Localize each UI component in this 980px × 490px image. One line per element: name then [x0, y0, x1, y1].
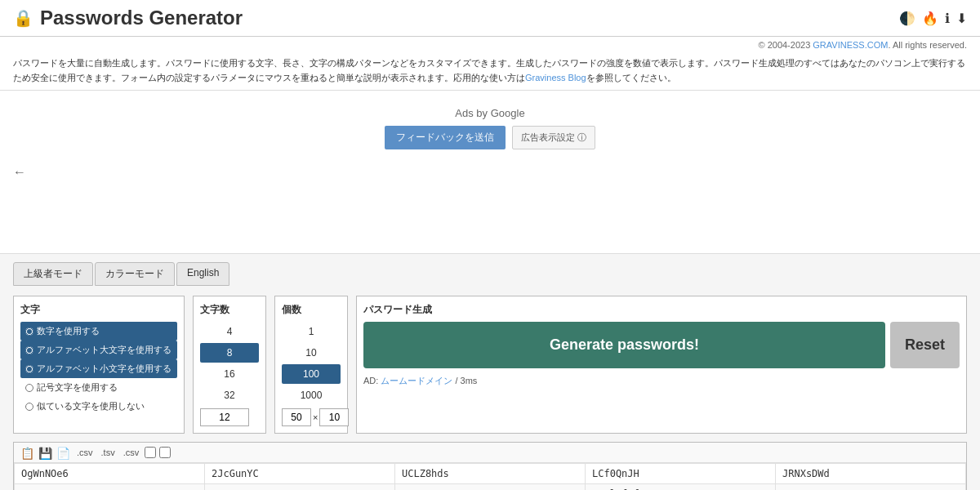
generate-panel-title: パスワード生成: [363, 303, 960, 317]
char-option-lowercase[interactable]: アルファベット小文字を使用する: [20, 359, 177, 378]
ad-feedback-button[interactable]: フィードバックを送信: [385, 126, 506, 149]
format-tsv[interactable]: .tsv: [99, 447, 118, 458]
length-option-4[interactable]: 4: [200, 322, 259, 341]
char-panel-title: 文字: [20, 303, 177, 317]
char-label-digits: 数字を使用する: [37, 325, 100, 337]
length-custom-wrapper: [200, 408, 259, 426]
count-custom-row: ×: [282, 408, 341, 426]
copyright-rights: . All rights reserved.: [888, 40, 967, 50]
char-option-digits[interactable]: 数字を使用する: [20, 322, 177, 341]
format-csv2[interactable]: .csv: [121, 447, 142, 458]
header: 🔒 Passwords Generator 🌓 🔥 ℹ ⬇: [0, 0, 980, 37]
copyright-text: © 2004-2023: [758, 40, 813, 50]
list-item[interactable]: JRNXsDWd: [776, 464, 966, 484]
count-multiply-symbol: ×: [313, 412, 318, 422]
copyright-link[interactable]: GRAVINESS.COM: [813, 40, 888, 50]
controls-row: 文字 数字を使用する アルファベット大文字を使用する アルファベット小文字を使用…: [13, 296, 967, 434]
ad-text: AD:: [363, 376, 381, 385]
count-custom-input-a[interactable]: [282, 408, 311, 426]
download-icon[interactable]: ⬇: [956, 11, 967, 26]
info-text2: を参照してください。: [586, 73, 676, 82]
results-checkbox-1[interactable]: [145, 447, 156, 458]
count-option-1000[interactable]: 1000: [282, 385, 341, 405]
char-radio-lowercase[interactable]: [25, 365, 33, 373]
main-content: 上級者モード カラーモード English 文字 数字を使用する アルファベット…: [0, 254, 980, 490]
count-panel: 個数 1 10 100 1000 ×: [274, 296, 348, 434]
header-left: 🔒 Passwords Generator: [13, 7, 243, 29]
list-item[interactable]: JXS0pcto: [15, 484, 205, 490]
char-label-uppercase: アルファベット大文字を使用する: [37, 344, 172, 356]
tab-advanced[interactable]: 上級者モード: [13, 262, 93, 286]
list-item[interactable]: JS1FFzIq: [205, 484, 395, 490]
count-custom-input-b[interactable]: [319, 408, 349, 426]
page-title: Passwords Generator: [40, 7, 243, 29]
tab-color[interactable]: カラーモード: [95, 262, 175, 286]
length-option-32[interactable]: 32: [200, 385, 259, 405]
save-icon[interactable]: 💾: [38, 447, 53, 458]
info-icon[interactable]: ℹ: [945, 11, 950, 26]
tab-english[interactable]: English: [176, 262, 229, 286]
table-row: JXS0pctoJS1FFzIqHv6Tz0TK6txlAf7fO3Qw37yw: [15, 484, 966, 490]
lock-icon: 🔒: [13, 8, 33, 28]
generate-buttons: Generate passwords! Reset: [363, 322, 960, 368]
char-option-no-similar[interactable]: 似ている文字を使用しない: [20, 397, 177, 416]
results-table: OgWnNOe62JcGunYCUCLZ8hdsLCf0QnJHJRNXsDWd…: [14, 463, 966, 490]
count-option-10[interactable]: 10: [282, 343, 341, 363]
fire-icon[interactable]: 🔥: [922, 11, 938, 26]
file-icon[interactable]: 📄: [56, 447, 71, 458]
reset-button[interactable]: Reset: [890, 322, 960, 368]
generate-button[interactable]: Generate passwords!: [363, 322, 885, 368]
results-area: 📋 💾 📄 .csv .tsv .csv OgWnNOe62JcGunYCUCL…: [13, 442, 967, 490]
copyright-bar: © 2004-2023 GRAVINESS.COM. All rights re…: [0, 37, 980, 51]
list-item[interactable]: 6txlAf7f: [586, 484, 776, 490]
info-text: パスワードを大量に自動生成します。パスワードに使用する文字、長さ、文字の構成パタ…: [13, 58, 965, 82]
char-option-symbols[interactable]: 記号文字を使用する: [20, 378, 177, 397]
results-toolbar: 📋 💾 📄 .csv .tsv .csv: [14, 443, 966, 463]
copy-icon[interactable]: 📋: [20, 447, 35, 458]
count-option-1[interactable]: 1: [282, 322, 341, 341]
ad-label: Ads by Google: [13, 107, 967, 119]
ad-buttons: フィードバックを送信 広告表示設定 ⓘ: [13, 126, 967, 149]
char-label-no-similar: 似ている文字を使用しない: [37, 400, 145, 412]
char-radio-uppercase[interactable]: [25, 346, 33, 354]
char-panel: 文字 数字を使用する アルファベット大文字を使用する アルファベット小文字を使用…: [13, 296, 185, 434]
graviness-blog-link[interactable]: Graviness Blog: [525, 73, 586, 82]
results-tbody: OgWnNOe62JcGunYCUCLZ8hdsLCf0QnJHJRNXsDWd…: [15, 464, 966, 490]
format-csv1[interactable]: .csv: [74, 447, 96, 458]
tabs-bar: 上級者モード カラーモード English: [13, 262, 967, 286]
length-option-16[interactable]: 16: [200, 364, 259, 384]
theme-toggle-icon[interactable]: 🌓: [899, 11, 915, 26]
count-option-100[interactable]: 100: [282, 364, 341, 384]
char-radio-no-similar[interactable]: [25, 403, 33, 411]
char-radio-symbols[interactable]: [25, 384, 33, 392]
length-option-8[interactable]: 8: [200, 343, 259, 363]
back-arrow-icon[interactable]: ←: [13, 165, 26, 180]
results-checkbox-2[interactable]: [159, 447, 171, 458]
info-bar: パスワードを大量に自動生成します。パスワードに使用する文字、長さ、文字の構成パタ…: [0, 51, 980, 91]
char-label-symbols: 記号文字を使用する: [37, 381, 118, 394]
table-row: OgWnNOe62JcGunYCUCLZ8hdsLCf0QnJHJRNXsDWd: [15, 464, 966, 484]
list-item[interactable]: Hv6Tz0TK: [395, 484, 586, 490]
ad-settings-button[interactable]: 広告表示設定 ⓘ: [512, 126, 595, 149]
list-item[interactable]: 2JcGunYC: [205, 464, 395, 484]
list-item[interactable]: OgWnNOe6: [15, 464, 205, 484]
length-panel: 文字数 4 8 16 32: [193, 296, 266, 434]
char-option-uppercase[interactable]: アルファベット大文字を使用する: [20, 341, 177, 359]
header-right: 🌓 🔥 ℹ ⬇: [899, 11, 967, 26]
ad-area: ← Ads by Google フィードバックを送信 広告表示設定 ⓘ: [0, 91, 980, 254]
ad-suffix: / 3ms: [452, 376, 477, 385]
char-label-lowercase: アルファベット小文字を使用する: [37, 363, 172, 375]
list-item[interactable]: UCLZ8hds: [395, 464, 586, 484]
ad-domain-link[interactable]: ムームードメイン: [381, 376, 452, 385]
length-panel-title: 文字数: [200, 303, 259, 317]
list-item[interactable]: LCf0QnJH: [586, 464, 776, 484]
count-panel-title: 個数: [282, 303, 341, 317]
char-radio-digits[interactable]: [25, 327, 33, 336]
list-item[interactable]: O3Qw37yw: [776, 484, 966, 490]
ad-link-area: AD: ムームードメイン / 3ms: [363, 375, 960, 387]
generate-panel: パスワード生成 Generate passwords! Reset AD: ムー…: [356, 296, 967, 434]
length-custom-input[interactable]: [200, 408, 249, 426]
